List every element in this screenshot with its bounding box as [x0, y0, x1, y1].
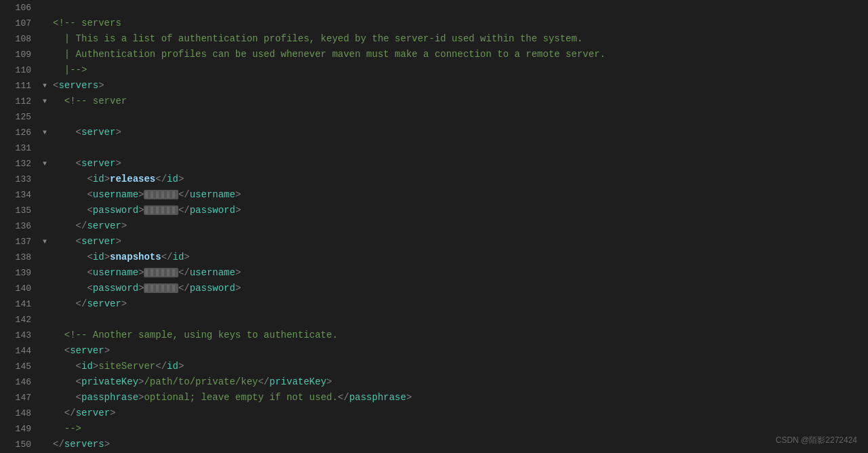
- fold-148[interactable]: [39, 406, 50, 421]
- line-num-135: 135: [0, 203, 39, 218]
- fold-110[interactable]: [39, 62, 50, 78]
- fold-146[interactable]: [39, 374, 50, 390]
- fold-150[interactable]: [39, 437, 50, 452]
- line-136: 136 </server>: [0, 218, 868, 234]
- line-content-134: <username> </username>: [50, 187, 868, 203]
- line-139: 139 <username> </username>: [0, 265, 868, 281]
- line-content-150: </servers>: [50, 437, 868, 452]
- line-content-145: <id>siteServer</id>: [50, 359, 868, 374]
- line-147: 147 <passphrase>optional; leave empty if…: [0, 390, 868, 406]
- fold-108[interactable]: [39, 31, 50, 47]
- line-content-137: <server>: [50, 234, 868, 250]
- fold-112[interactable]: ▼: [39, 94, 50, 109]
- fold-143[interactable]: [39, 328, 50, 343]
- fold-107[interactable]: [39, 16, 50, 31]
- line-content-135: <password> </password>: [50, 203, 868, 218]
- line-131: 131: [0, 140, 868, 156]
- line-content-110: |-->: [50, 62, 868, 78]
- line-num-136: 136: [0, 218, 39, 234]
- line-109: 109 | Authentication profiles can be use…: [0, 47, 868, 62]
- code-editor: 106 107 <!-- servers 108 | This is a lis…: [0, 0, 868, 453]
- line-num-109: 109: [0, 47, 39, 62]
- line-num-140: 140: [0, 281, 39, 296]
- line-132: 132 ▼ <server>: [0, 156, 868, 172]
- line-content-136: </server>: [50, 218, 868, 234]
- line-num-147: 147: [0, 390, 39, 406]
- fold-140[interactable]: [39, 281, 50, 296]
- fold-131[interactable]: [39, 140, 50, 156]
- line-num-141: 141: [0, 296, 39, 312]
- line-112: 112 ▼ <!-- server: [0, 94, 868, 109]
- line-content-108: | This is a list of authentication profi…: [50, 31, 868, 47]
- line-111: 111 ▼ <servers>: [0, 78, 868, 94]
- fold-139[interactable]: [39, 265, 50, 281]
- line-content-112: <!-- server: [50, 94, 868, 109]
- line-num-111: 111: [0, 78, 39, 94]
- line-num-126: 126: [0, 125, 39, 140]
- fold-135[interactable]: [39, 203, 50, 218]
- line-num-142: 142: [0, 312, 39, 328]
- line-content-146: <privateKey>/path/to/private/key</privat…: [50, 374, 868, 390]
- line-108: 108 | This is a list of authentication p…: [0, 31, 868, 47]
- line-107: 107 <!-- servers: [0, 16, 868, 31]
- fold-106[interactable]: [39, 0, 50, 16]
- fold-111[interactable]: ▼: [39, 78, 50, 94]
- line-content-148: </server>: [50, 406, 868, 421]
- line-134: 134 <username> </username>: [0, 187, 868, 203]
- line-num-148: 148: [0, 406, 39, 421]
- line-num-107: 107: [0, 16, 39, 31]
- fold-109[interactable]: [39, 47, 50, 62]
- line-num-106: 106: [0, 0, 39, 16]
- line-num-112: 112: [0, 94, 39, 109]
- line-149: 149 -->: [0, 421, 868, 437]
- fold-141[interactable]: [39, 296, 50, 312]
- line-content-109: | Authentication profiles can be used wh…: [50, 47, 868, 62]
- line-content-141: </server>: [50, 296, 868, 312]
- line-content-111: <servers>: [50, 78, 868, 94]
- fold-125[interactable]: [39, 109, 50, 125]
- line-num-149: 149: [0, 421, 39, 437]
- line-145: 145 <id>siteServer</id>: [0, 359, 868, 374]
- fold-137[interactable]: ▼: [39, 234, 50, 250]
- line-137: 137 ▼ <server>: [0, 234, 868, 250]
- line-143: 143 <!-- Another sample, using keys to a…: [0, 328, 868, 343]
- fold-126[interactable]: ▼: [39, 125, 50, 140]
- line-142: 142: [0, 312, 868, 328]
- line-144: 144 <server>: [0, 343, 868, 359]
- line-126: 126 ▼ <server>: [0, 125, 868, 140]
- line-content-147: <passphrase>optional; leave empty if not…: [50, 390, 868, 406]
- line-num-132: 132: [0, 156, 39, 172]
- redacted-username-2: [144, 268, 178, 277]
- line-125: 125: [0, 109, 868, 125]
- fold-132[interactable]: ▼: [39, 156, 50, 172]
- line-num-138: 138: [0, 250, 39, 265]
- fold-147[interactable]: [39, 390, 50, 406]
- line-num-137: 137: [0, 234, 39, 250]
- fold-144[interactable]: [39, 343, 50, 359]
- line-110: 110 |-->: [0, 62, 868, 78]
- line-num-145: 145: [0, 359, 39, 374]
- line-150: 150 </servers>: [0, 437, 868, 452]
- fold-149[interactable]: [39, 421, 50, 437]
- fold-133[interactable]: [39, 172, 50, 187]
- line-content-126: <server>: [50, 125, 868, 140]
- line-content-138: <id>snapshots</id>: [50, 250, 868, 265]
- line-num-125: 125: [0, 109, 39, 125]
- redacted-password-1: [144, 205, 178, 215]
- line-num-110: 110: [0, 62, 39, 78]
- line-140: 140 <password> </password>: [0, 281, 868, 296]
- redacted-password-2: [144, 283, 178, 293]
- fold-134[interactable]: [39, 187, 50, 203]
- fold-142[interactable]: [39, 312, 50, 328]
- line-138: 138 <id>snapshots</id>: [0, 250, 868, 265]
- line-content-140: <password> </password>: [50, 281, 868, 296]
- line-content-149: -->: [50, 421, 868, 437]
- line-num-143: 143: [0, 328, 39, 343]
- fold-136[interactable]: [39, 218, 50, 234]
- line-num-150: 150: [0, 437, 39, 452]
- line-content-143: <!-- Another sample, using keys to authe…: [50, 328, 868, 343]
- fold-145[interactable]: [39, 359, 50, 374]
- fold-138[interactable]: [39, 250, 50, 265]
- line-content-107: <!-- servers: [50, 16, 868, 31]
- line-num-108: 108: [0, 31, 39, 47]
